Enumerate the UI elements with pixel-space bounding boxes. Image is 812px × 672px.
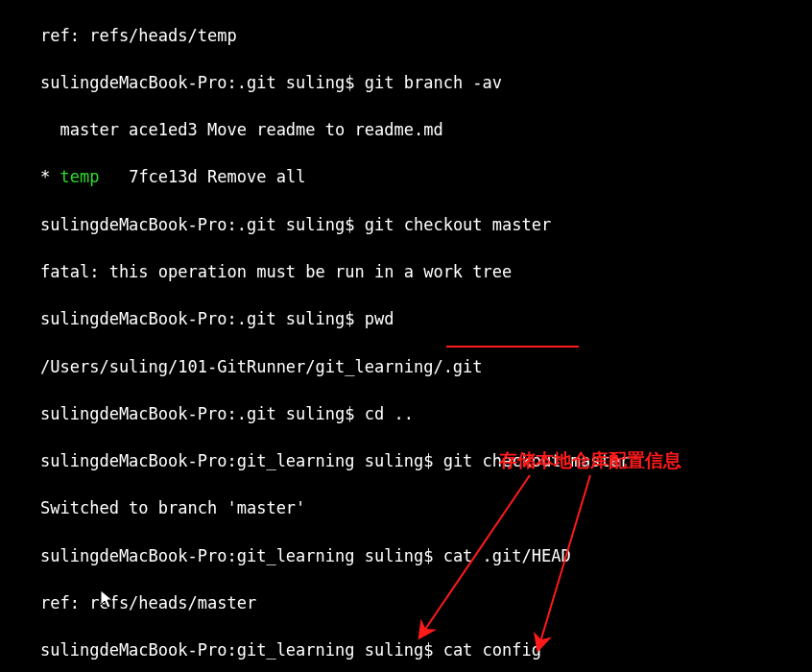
- terminal-output[interactable]: ref: refs/heads/temp sulingdeMacBook-Pro…: [0, 0, 812, 672]
- output-line: sulingdeMacBook-Pro:git_learning suling$…: [40, 638, 812, 662]
- output-line: ref: refs/heads/temp: [40, 24, 812, 48]
- annotation-label: 存储本地仓库配置信息: [499, 447, 681, 474]
- output-line: sulingdeMacBook-Pro:git_learning suling$…: [40, 544, 812, 568]
- annotation-underline: [446, 346, 579, 348]
- output-line: * temp 7fce13d Remove all: [40, 165, 812, 189]
- output-line: fatal: this operation must be run in a w…: [40, 260, 812, 284]
- output-line: /Users/suling/101-GitRunner/git_learning…: [40, 355, 812, 379]
- output-line: master ace1ed3 Move readme to readme.md: [40, 118, 812, 142]
- output-line: Switched to branch 'master': [40, 496, 812, 520]
- output-line: sulingdeMacBook-Pro:.git suling$ git che…: [40, 213, 812, 237]
- mouse-pointer-icon: [100, 589, 115, 618]
- output-line: sulingdeMacBook-Pro:.git suling$ git bra…: [40, 71, 812, 95]
- output-line: ref: refs/heads/master: [40, 591, 812, 615]
- output-line: sulingdeMacBook-Pro:.git suling$ pwd: [40, 307, 812, 331]
- output-line: sulingdeMacBook-Pro:.git suling$ cd ..: [40, 402, 812, 426]
- output-line: sulingdeMacBook-Pro:git_learning suling$…: [40, 449, 812, 473]
